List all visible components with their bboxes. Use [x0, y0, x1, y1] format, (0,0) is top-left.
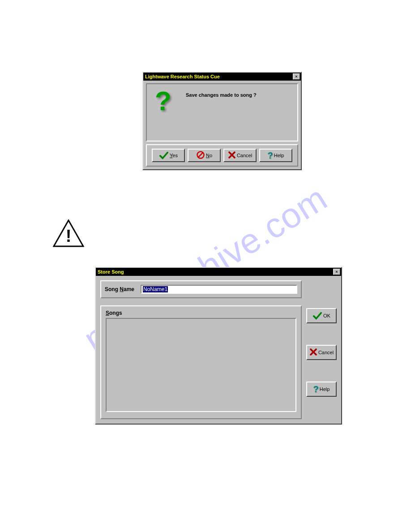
store-song-dialog: Store Song × Song Name NoName1 Songs [95, 267, 342, 425]
cancel-x-icon [309, 348, 317, 357]
warning-triangle-icon: ! [53, 219, 84, 248]
help-button[interactable]: ? Help [259, 149, 292, 162]
svg-text:!: ! [66, 227, 72, 245]
cancel-label: Cancel [318, 350, 334, 355]
song-name-input[interactable]: NoName1 [141, 285, 297, 294]
songs-panel: Songs [100, 305, 302, 419]
no-label: No [206, 153, 212, 158]
check-icon [313, 311, 322, 321]
help-icon: ? [268, 151, 273, 160]
cancel-button[interactable]: Cancel [223, 149, 257, 162]
button-column: OK Cancel ? Help [306, 280, 337, 397]
svg-line-1 [198, 153, 203, 157]
save-changes-dialog: Lightwave Research Status Cue × ? Save c… [142, 72, 302, 170]
no-icon [196, 150, 205, 160]
titlebar: Lightwave Research Status Cue × [143, 73, 301, 81]
titlebar: Store Song × [96, 268, 341, 276]
close-button[interactable]: × [333, 269, 340, 275]
no-button[interactable]: No [188, 149, 221, 162]
close-button[interactable]: × [293, 73, 300, 80]
songs-label: Songs [106, 310, 296, 316]
help-label: Help [320, 386, 330, 392]
ok-label: OK [323, 313, 330, 318]
song-name-value: NoName1 [143, 286, 168, 292]
check-icon [159, 150, 169, 160]
ok-button[interactable]: OK [306, 308, 337, 323]
message-panel: ? Save changes made to song ? [146, 83, 298, 142]
help-button[interactable]: ? Help [306, 382, 337, 397]
help-label: Help [274, 153, 284, 158]
help-icon: ? [313, 385, 319, 394]
dialog-title: Lightwave Research Status Cue [144, 74, 293, 79]
button-bar: Yes No Cancel ? Help [146, 144, 298, 167]
dialog-title: Store Song [97, 269, 333, 275]
dialog-message: Save changes made to song ? [186, 90, 257, 98]
songs-listbox[interactable] [106, 318, 296, 412]
yes-button[interactable]: Yes [152, 149, 185, 162]
song-name-panel: Song Name NoName1 [100, 280, 302, 298]
yes-label: Yes [170, 153, 178, 158]
cancel-button[interactable]: Cancel [306, 345, 337, 360]
question-icon: ? [155, 90, 175, 115]
cancel-label: Cancel [237, 153, 252, 158]
song-name-label: Song Name [105, 286, 134, 292]
cancel-x-icon [228, 150, 236, 160]
